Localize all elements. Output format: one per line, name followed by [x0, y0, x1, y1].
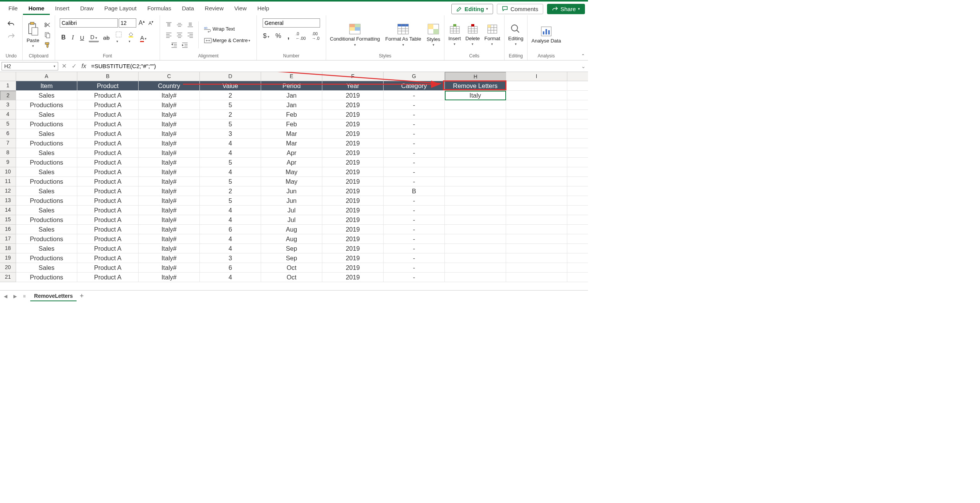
cell[interactable]: Apr — [261, 158, 322, 167]
cell[interactable]: - — [384, 244, 445, 253]
cell[interactable] — [567, 110, 588, 119]
cell[interactable]: Italy# — [139, 158, 200, 167]
align-top-button[interactable] — [164, 21, 174, 29]
tab-help[interactable]: Help — [252, 3, 274, 15]
cell[interactable] — [445, 129, 506, 139]
cell[interactable]: 2019 — [322, 273, 384, 282]
formula-input[interactable] — [89, 62, 579, 70]
cell[interactable] — [445, 263, 506, 273]
number-format-select[interactable] — [263, 18, 320, 28]
cell[interactable]: 4 — [200, 244, 261, 253]
decrease-indent-button[interactable] — [169, 41, 179, 49]
fill-color-button[interactable] — [126, 31, 136, 44]
cell[interactable]: Italy# — [139, 206, 200, 215]
cell[interactable] — [506, 100, 567, 110]
cell[interactable] — [567, 167, 588, 177]
row-header-13[interactable]: 13 — [0, 196, 16, 206]
increase-decimal-button[interactable]: .0←.00 — [294, 31, 307, 41]
cell[interactable]: Italy# — [139, 110, 200, 119]
cell[interactable] — [445, 253, 506, 263]
cell[interactable]: 2019 — [322, 110, 384, 119]
cell[interactable]: 6 — [200, 225, 261, 234]
cell[interactable] — [567, 273, 588, 282]
tab-page-layout[interactable]: Page Layout — [99, 3, 142, 15]
comma-format-button[interactable]: , — [286, 31, 291, 41]
cell[interactable]: Italy# — [139, 186, 200, 196]
cell[interactable] — [506, 139, 567, 148]
cell[interactable]: 2019 — [322, 91, 384, 100]
cell[interactable]: Productions — [16, 234, 77, 244]
font-name-select[interactable] — [60, 18, 118, 28]
cell[interactable] — [567, 206, 588, 215]
cell[interactable] — [567, 100, 588, 110]
cell[interactable]: Product A — [77, 273, 139, 282]
cell[interactable]: 2019 — [322, 253, 384, 263]
cell[interactable] — [506, 110, 567, 119]
align-middle-button[interactable] — [175, 21, 185, 29]
cell[interactable]: 2019 — [322, 196, 384, 206]
align-bottom-button[interactable] — [185, 21, 195, 29]
format-as-table-button[interactable]: Format As Table▾ — [384, 22, 423, 47]
cell[interactable]: Sales — [16, 206, 77, 215]
align-left-button[interactable] — [164, 31, 174, 39]
cell[interactable] — [567, 196, 588, 206]
cell[interactable]: - — [384, 263, 445, 273]
row-header-18[interactable]: 18 — [0, 244, 16, 253]
cell[interactable]: - — [384, 158, 445, 167]
cell[interactable]: Italy# — [139, 177, 200, 186]
cell[interactable]: - — [384, 119, 445, 129]
cell[interactable]: Italy# — [139, 167, 200, 177]
cell[interactable]: Jan — [261, 100, 322, 110]
cell[interactable]: Country — [139, 81, 200, 91]
cell[interactable]: Item — [16, 81, 77, 91]
cell[interactable]: - — [384, 196, 445, 206]
copy-button[interactable] — [42, 31, 52, 39]
cell[interactable]: Feb — [261, 119, 322, 129]
tab-formulas[interactable]: Formulas — [142, 3, 177, 15]
row-header-9[interactable]: 9 — [0, 158, 16, 167]
row-header-7[interactable]: 7 — [0, 139, 16, 148]
column-header-E[interactable]: E — [261, 72, 322, 81]
cell[interactable]: Sales — [16, 148, 77, 158]
cell[interactable] — [506, 206, 567, 215]
cell[interactable]: 2019 — [322, 244, 384, 253]
cell[interactable]: Product A — [77, 234, 139, 244]
tab-insert[interactable]: Insert — [50, 3, 75, 15]
cell[interactable]: - — [384, 273, 445, 282]
cell[interactable] — [567, 129, 588, 139]
cell[interactable]: Productions — [16, 100, 77, 110]
cell[interactable]: 5 — [200, 158, 261, 167]
cell[interactable]: Sales — [16, 167, 77, 177]
cell[interactable]: Sales — [16, 263, 77, 273]
cell[interactable] — [445, 206, 506, 215]
row-header-12[interactable]: 12 — [0, 186, 16, 196]
cell[interactable] — [445, 110, 506, 119]
collapse-ribbon-button[interactable]: ⌃ — [581, 53, 585, 59]
cell[interactable] — [506, 119, 567, 129]
tab-data[interactable]: Data — [176, 3, 199, 15]
select-all-corner[interactable] — [0, 72, 16, 81]
cell[interactable]: Product A — [77, 110, 139, 119]
cell[interactable]: Italy# — [139, 196, 200, 206]
cell[interactable]: Product A — [77, 177, 139, 186]
cell[interactable]: Product A — [77, 215, 139, 225]
cell[interactable] — [506, 129, 567, 139]
enter-formula-button[interactable]: ✓ — [69, 62, 79, 70]
row-header-15[interactable]: 15 — [0, 215, 16, 225]
format-cells-button[interactable]: Format▾ — [483, 23, 501, 47]
cell[interactable]: Product A — [77, 263, 139, 273]
cell[interactable] — [567, 234, 588, 244]
cell[interactable]: Product A — [77, 244, 139, 253]
cell[interactable] — [567, 139, 588, 148]
cell[interactable]: 2 — [200, 91, 261, 100]
cell[interactable] — [506, 244, 567, 253]
cell[interactable]: - — [384, 177, 445, 186]
cell[interactable]: Italy# — [139, 244, 200, 253]
cell[interactable]: 5 — [200, 177, 261, 186]
cell[interactable]: Product A — [77, 196, 139, 206]
cell[interactable] — [567, 148, 588, 158]
cell[interactable]: May — [261, 167, 322, 177]
accounting-format-button[interactable]: $ — [261, 31, 271, 41]
cell[interactable] — [506, 186, 567, 196]
cell[interactable]: 2019 — [322, 263, 384, 273]
